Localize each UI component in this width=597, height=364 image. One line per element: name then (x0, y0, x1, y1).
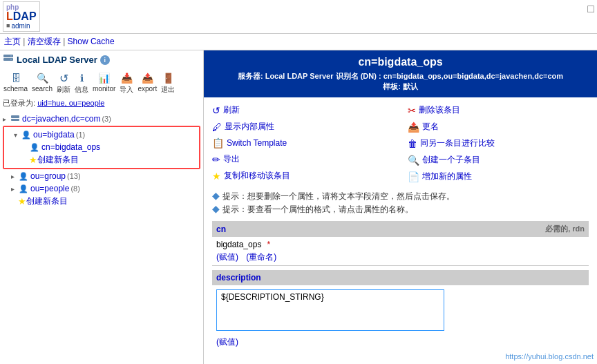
tree-create-root-label[interactable]: 创建新条目 (26, 195, 68, 207)
highlighted-subtree: ▾ 👤 ou=bigdata (1) 👤 cn=bigdata_ops (3, 126, 200, 169)
tree-ou-people-count: (8) (70, 184, 79, 193)
server-icon (3, 53, 14, 64)
tree-create-under-bigdata[interactable]: ★ 创建新条目 (6, 153, 198, 166)
toolbar-info[interactable]: ℹ 信息 (74, 70, 89, 95)
cn-field-header: cn 必需的, rdn (212, 221, 589, 237)
description-input[interactable]: ${DESCRIPTION_STIRNG} (216, 289, 444, 331)
expand-people-icon: ▸ (11, 185, 18, 193)
cn-required-label: 必需的, rdn (545, 224, 585, 234)
cn-rename-link[interactable]: (重命名) (246, 252, 276, 262)
tree-ou-group[interactable]: ▸ 👤 ou=group (13) (3, 170, 200, 182)
action-rename[interactable]: ✏ 导出 (212, 152, 394, 166)
action-refresh-label: 刷新 (223, 104, 240, 116)
dn-label: 识别名 (DN) : (336, 72, 381, 80)
tree-root[interactable]: ▸ dc=javachen,dc=com (3) (3, 113, 200, 125)
logo-prefix: ■ (6, 23, 10, 30)
compare-icon: 🔍 (408, 155, 419, 166)
cn-value: bigdata_ops (216, 240, 261, 249)
watermark: https://yuhui.blog.csdn.net (505, 352, 594, 361)
expand-bigdata-icon: ▾ (14, 131, 21, 139)
tree-cn-ops-label[interactable]: cn=bigdata_ops (41, 142, 100, 152)
tree-root-label[interactable]: dc=javachen,dc=com (22, 114, 100, 124)
action-switch-template[interactable]: 🖊 显示内部属性 (212, 119, 394, 134)
login-info: 已登录为: uid=hue, ou=people (3, 98, 200, 108)
toolbar: 🗄 schema 🔍 search ↺ 刷新 ℹ 信息 📊 monit (3, 70, 200, 95)
refresh-action-icon: ↺ (212, 105, 220, 116)
action-copy-move[interactable]: 📋 Switch Template (212, 136, 394, 150)
tree-ou-bigdata-count: (1) (76, 131, 85, 139)
tree-ou-people[interactable]: ▸ 👤 ou=people (8) (3, 182, 200, 195)
create-root-star-icon: ★ (18, 196, 26, 207)
svg-rect-5 (11, 119, 19, 121)
description-field-name[interactable]: description (216, 273, 261, 282)
tree-ou-group-label[interactable]: ou=group (30, 171, 66, 181)
login-user-link[interactable]: uid=hue, ou=people (37, 99, 104, 107)
tree-ou-bigdata-label[interactable]: ou=bigdata (33, 130, 75, 140)
toolbar-monitor[interactable]: 📊 monitor (92, 70, 116, 95)
tip-bullet-2: ◆ (212, 203, 220, 214)
toolbar-refresh[interactable]: ↺ 刷新 (56, 70, 71, 95)
expand-group-icon: ▸ (11, 173, 18, 180)
delete-icon: 🗑 (408, 138, 417, 149)
action-rename-label: 导出 (223, 153, 240, 165)
tip-2-text: 提示：要查看一个属性的格式，请点击属性的名称。 (222, 204, 413, 215)
tip-1-text: 提示：想要删除一个属性，请将文本字段清空，然后点击保存。 (222, 191, 455, 202)
action-delete[interactable]: 🗑 同另一条目进行比较 (408, 136, 589, 151)
dc-icon (10, 113, 21, 124)
header-meta: 服务器: Local LDAP Server 识别名 (DN) : cn=big… (212, 71, 589, 82)
export-action-icon: 📤 (408, 122, 419, 133)
tree-create-bigdata-label[interactable]: 创建新条目 (37, 154, 79, 166)
server-info-icon[interactable]: i (100, 55, 110, 65)
toolbar-schema[interactable]: 🗄 schema (3, 70, 28, 95)
logo-ldap: LDAP (6, 11, 37, 22)
action-copy-move-label: Switch Template (227, 138, 287, 148)
cn-assign-link[interactable]: (赋值) (216, 252, 238, 262)
copy-move-icon: 📋 (212, 137, 224, 149)
toolbar-search[interactable]: 🔍 search (31, 70, 53, 95)
toolbar-import[interactable]: 📥 导入 (119, 70, 134, 95)
nav-home[interactable]: 主页 (4, 37, 21, 46)
tip-2: ◆ 提示：要查看一个属性的格式，请点击属性的名称。 (212, 204, 589, 215)
action-compare[interactable]: 🔍 创建一个子条目 (408, 153, 589, 167)
action-export-label: 更名 (422, 121, 439, 133)
action-add-attr[interactable]: 📄 增加新的属性 (408, 169, 589, 184)
ou-group-icon: 👤 (18, 171, 29, 182)
tree-ou-bigdata[interactable]: ▾ 👤 ou=bigdata (1) (6, 128, 198, 141)
tips-area: ◆ 提示：想要删除一个属性，请将文本字段清空，然后点击保存。 ◆ 提示：要查看一… (204, 189, 597, 221)
actions-area: ↺ 刷新 🖊 显示内部属性 📋 Switch Template ✏ (204, 97, 597, 189)
tree-ou-people-label[interactable]: ou=people (30, 184, 69, 193)
cn-field-name[interactable]: cn (216, 224, 226, 234)
logo-admin: admin (11, 22, 30, 30)
tree-create-root[interactable]: ★ 创建新条目 (3, 195, 200, 208)
app-logo: php LDAP ■ admin (3, 1, 40, 32)
tree-cn-bigdata-ops[interactable]: 👤 cn=bigdata_ops (6, 141, 198, 153)
action-create-child[interactable]: ★ 复制和移动该条目 (212, 169, 394, 183)
form-area: cn 必需的, rdn bigdata_ops * (赋值) (重命名) d (204, 221, 597, 356)
tree-ou-group-count: (13) (67, 172, 81, 180)
right-header: cn=bigdata_ops 服务器: Local LDAP Server 识别… (204, 50, 597, 97)
action-refresh[interactable]: ↺ 刷新 (212, 103, 394, 117)
action-show-internal-label: 删除该条目 (419, 104, 460, 116)
server-title-text: Local LDAP Server (17, 55, 97, 65)
window-minimize-button[interactable]: □ (587, 3, 594, 15)
ou-bigdata-icon: 👤 (21, 129, 32, 140)
toolbar-logout[interactable]: 🚪 退出 (160, 70, 176, 95)
server-label: 服务器: (238, 72, 263, 80)
tree-root-count: (3) (102, 115, 111, 123)
nav-clear-cache[interactable]: 清空缓存 (28, 37, 61, 46)
svg-point-2 (10, 55, 12, 57)
cn-ops-icon: 👤 (29, 142, 40, 153)
create-star-icon: ★ (29, 155, 37, 165)
action-add-attr-label: 增加新的属性 (422, 171, 472, 182)
tip-bullet-1: ◆ (212, 190, 220, 201)
directory-tree: ▸ dc=javachen,dc=com (3) ▾ 👤 ou=bigdata … (3, 113, 200, 208)
toolbar-export[interactable]: 📤 export (137, 70, 158, 95)
description-field-header: description (212, 270, 589, 285)
nav-show-cache[interactable]: Show Cache (68, 37, 115, 46)
create-child-icon: ★ (212, 171, 221, 182)
action-show-internal[interactable]: ✂ 删除该条目 (408, 103, 589, 117)
description-assign-link[interactable]: (赋值) (216, 337, 238, 347)
cn-asterisk: * (267, 240, 270, 249)
action-export[interactable]: 📤 更名 (408, 119, 589, 134)
action-create-child-label: 复制和移动该条目 (224, 170, 290, 182)
